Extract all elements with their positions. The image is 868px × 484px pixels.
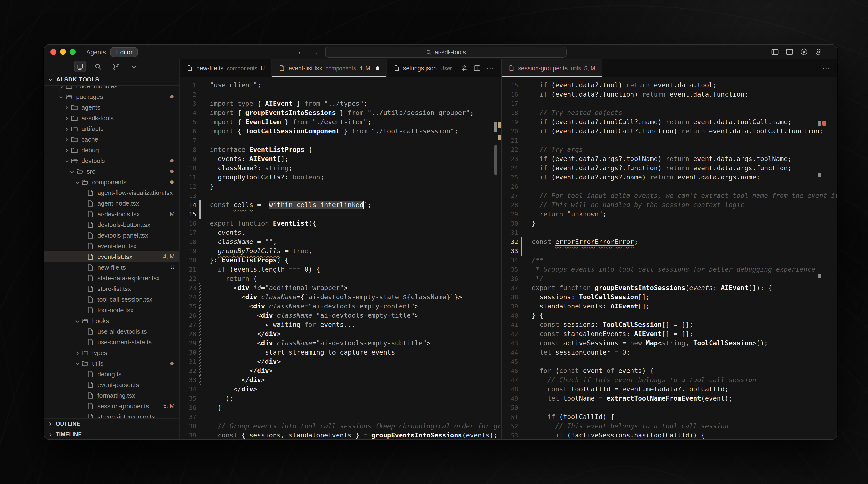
sidebar-section-timeline[interactable]: TIMELINE — [44, 429, 179, 439]
tree-item-packages[interactable]: packages — [44, 91, 179, 102]
tree-item-session-grouper.ts[interactable]: session-grouper.ts5, M — [44, 401, 179, 411]
panel-bottom-icon[interactable] — [785, 48, 794, 56]
tree-item-label: stream-interceptor.ts — [97, 413, 155, 418]
tree-item-agents[interactable]: agents — [44, 102, 179, 113]
tree-item-store-list.tsx[interactable]: store-list.tsx — [44, 283, 179, 294]
forward-button[interactable]: → — [312, 48, 318, 56]
titlebar: Agents Editor ← → ai-sdk-tools — [44, 45, 837, 59]
tree-item-components[interactable]: components — [44, 176, 179, 187]
code-line: 19 if (event.data?.toolCall?.name) retur… — [502, 117, 837, 126]
close-window-button[interactable] — [51, 49, 56, 55]
line-number: 28 — [180, 329, 196, 339]
code-editor-left[interactable]: 1"use client";23import type { AIEvent } … — [180, 77, 501, 439]
code-line: 31 — [502, 228, 837, 237]
tree-item-label: event-list.tsx — [97, 253, 132, 260]
tree-item-tool-node.tsx[interactable]: tool-node.tsx — [44, 305, 179, 315]
tree-item-artifacts[interactable]: artifacts — [44, 123, 179, 134]
chevron-right-icon — [64, 147, 69, 152]
search-icon[interactable] — [92, 61, 104, 72]
tab-new-file.ts[interactable]: new-file.tscomponentsU — [180, 59, 272, 77]
cube-icon[interactable] — [800, 48, 808, 56]
tree-item-use-current-state.ts[interactable]: use-current-state.ts — [44, 337, 179, 347]
tab-session-grouper.ts[interactable]: session-grouper.tsutils5, M — [502, 59, 602, 77]
tree-item-agent-node.tsx[interactable]: agent-node.tsx — [44, 198, 179, 208]
tree-item-debug.ts[interactable]: debug.ts — [44, 369, 179, 379]
tree-item-devtools-button.tsx[interactable]: devtools-button.tsx — [44, 219, 179, 230]
line-number: 31 — [180, 357, 196, 366]
tree-item-node_modules[interactable]: node_modules — [44, 85, 179, 91]
app-tab-agents[interactable]: Agents — [86, 48, 106, 56]
swap-icon[interactable] — [460, 64, 468, 72]
tree-item-state-data-explorer.tsx[interactable]: state-data-explorer.tsx — [44, 273, 179, 283]
tree-item-stream-interceptor.ts[interactable]: stream-interceptor.ts — [44, 411, 179, 418]
tree-item-ai-sdk-tools[interactable]: ai-sdk-tools — [44, 113, 179, 123]
scrollbar-thumb[interactable] — [494, 145, 497, 175]
tree-item-utils[interactable]: utils — [44, 358, 179, 369]
files-icon[interactable] — [74, 61, 86, 72]
tree-item-formatting.tsx[interactable]: formatting.tsx — [44, 390, 179, 401]
back-button[interactable]: ← — [297, 48, 304, 56]
more-actions-icon[interactable]: ··· — [487, 64, 494, 72]
app-tab-editor[interactable]: Editor — [111, 47, 138, 57]
code-line: 31 </div> — [180, 357, 501, 366]
tree-item-devtools-panel.tsx[interactable]: devtools-panel.tsx — [44, 230, 179, 240]
code-line: 1"use client"; — [180, 81, 501, 90]
zoom-window-button[interactable] — [70, 49, 75, 55]
git-status-badge: 4, M — [360, 65, 370, 71]
minimize-window-button[interactable] — [60, 49, 66, 55]
folder-icon — [71, 146, 78, 153]
line-number: 9 — [180, 154, 196, 164]
folder-icon — [71, 104, 78, 111]
tab-event-list.tsx[interactable]: event-list.tsxcomponents4, M — [272, 59, 387, 77]
tree-item-label: node_modules — [76, 85, 118, 89]
tree-item-event-item.tsx[interactable]: event-item.tsx — [44, 240, 179, 251]
tree-item-use-ai-devtools.ts[interactable]: use-ai-devtools.ts — [44, 326, 179, 337]
code-line: 5import { EventItem } from "./event-item… — [180, 117, 501, 126]
split-editor-icon[interactable] — [473, 64, 481, 72]
tree-item-event-parser.ts[interactable]: event-parser.ts — [44, 379, 179, 390]
code-line: 37 — [180, 412, 501, 422]
line-number: 29 — [502, 209, 518, 219]
tree-item-src[interactable]: src — [44, 166, 179, 176]
code-line: 34 </div> — [180, 385, 501, 394]
tabbar-left: new-file.tscomponentsUevent-list.tsxcomp… — [180, 59, 501, 77]
code-line: 36 */ — [502, 274, 837, 283]
chevron-down-icon[interactable] — [128, 61, 140, 72]
tree-item-devtools[interactable]: devtools — [44, 155, 179, 166]
git-status-badge: 5, M — [163, 402, 175, 409]
code-line: 28 </div> — [180, 329, 501, 339]
code-line: 8interface EventListProps { — [180, 145, 501, 154]
code-line: 18 className = "", — [180, 237, 501, 246]
tree-item-tool-call-session.tsx[interactable]: tool-call-session.tsx — [44, 294, 179, 305]
tab-settings.json[interactable]: settings.jsonUser — [387, 59, 460, 77]
code-editor-right[interactable]: 15 if (event.data?.tool) return event.da… — [502, 77, 837, 439]
line-number: 29 — [180, 339, 196, 348]
tree-item-new-file.ts[interactable]: new-file.tsU — [44, 262, 179, 273]
chevron-right-icon — [64, 115, 69, 120]
tree-item-ai-dev-tools.tsx[interactable]: ai-dev-tools.tsxM — [44, 208, 179, 219]
tree-item-event-list.tsx[interactable]: event-list.tsx4, M — [44, 251, 179, 262]
folder-icon — [71, 157, 78, 164]
code-line: 32 </div> — [180, 366, 501, 375]
tree-item-hooks[interactable]: hooks — [44, 315, 179, 326]
more-actions-icon[interactable]: ··· — [823, 64, 830, 72]
project-root-header[interactable]: AI-SDK-TOOLS — [44, 74, 179, 85]
git-branch-icon[interactable] — [110, 61, 122, 72]
line-number: 10 — [180, 164, 196, 173]
folder-icon — [76, 168, 83, 175]
line-number: 35 — [502, 265, 518, 274]
search-bar[interactable]: ai-sdk-tools — [325, 47, 566, 58]
code-line: 32const errorErrorErrorError; — [502, 237, 837, 246]
gear-icon[interactable] — [814, 48, 823, 56]
code-line: 37export function groupEventsIntoSession… — [502, 283, 837, 292]
sidebar-section-outline[interactable]: OUTLINE — [44, 418, 179, 429]
panel-left-icon[interactable] — [771, 48, 779, 56]
tree-item-cache[interactable]: cache — [44, 134, 179, 144]
tree-item-types[interactable]: types — [44, 347, 179, 358]
tree-item-debug[interactable]: debug — [44, 144, 179, 155]
code-line: 50 — [502, 403, 837, 412]
code-line: 7 — [180, 136, 501, 145]
folder-icon — [82, 178, 89, 186]
tree-item-agent-flow-visualization.tsx[interactable]: agent-flow-visualization.tsx — [44, 187, 179, 198]
git-status-badge: U — [261, 65, 265, 71]
